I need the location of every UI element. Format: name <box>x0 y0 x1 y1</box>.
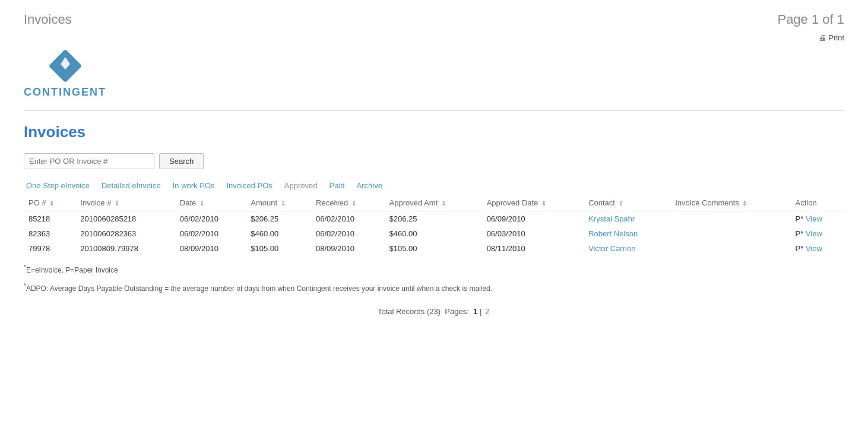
tab-approved[interactable]: Approved <box>282 179 327 195</box>
cell-amount: $206.25 <box>246 211 311 227</box>
tab-in-work-pos[interactable]: In work POs <box>170 179 224 195</box>
footnote-1: *E=eInvoice, P=Paper Invoice <box>24 264 844 274</box>
table-row: 82363201006028236306/02/2010$460.0006/02… <box>24 226 844 241</box>
search-input[interactable] <box>24 153 154 169</box>
action-prefix: P* <box>796 244 806 253</box>
table-row: 7997820100809.7997808/09/2010$105.0008/0… <box>24 241 844 256</box>
cell-contact-link[interactable]: Krystal Spahr <box>588 214 635 223</box>
cell-contact-link[interactable]: Victor Carrion <box>588 244 635 253</box>
cell-po-num: 82363 <box>24 226 75 241</box>
cell-contact-link[interactable]: Robert Nelson <box>588 229 638 238</box>
logo-icon <box>47 48 83 84</box>
cell-date: 08/09/2010 <box>175 241 246 256</box>
cell-approved-amt: $460.00 <box>385 226 482 241</box>
search-button[interactable]: Search <box>159 153 204 169</box>
print-area: 🖨 Print <box>0 33 868 42</box>
sort-icon-po: ⇕ <box>49 200 54 207</box>
tab-invoiced-pos[interactable]: Invoiced POs <box>224 179 282 195</box>
table-header-row: PO # ⇕ Invoice # ⇕ Date ⇕ Amount ⇕ Recei… <box>24 195 844 211</box>
logo-text: CONTINGENT <box>24 86 106 99</box>
cell-contact[interactable]: Robert Nelson <box>584 226 670 241</box>
sort-icon-contact: ⇕ <box>619 200 623 207</box>
tab-archive[interactable]: Archive <box>354 179 392 195</box>
page-title-top: Invoices <box>24 12 72 27</box>
cell-invoice-num: 2010060282363 <box>75 226 175 241</box>
cell-action: P* View <box>791 241 844 256</box>
col-date: Date ⇕ <box>175 195 246 211</box>
logo-container: CONTINGENT <box>24 48 106 99</box>
action-view-link[interactable]: View <box>806 244 822 253</box>
cell-amount: $105.00 <box>246 241 311 256</box>
sort-icon-comments: ⇕ <box>742 200 747 207</box>
action-prefix: P* <box>796 214 806 223</box>
cell-invoice-num: 2010060285218 <box>75 211 175 227</box>
cell-po-num: 79978 <box>24 241 75 256</box>
cell-approved-amt: $105.00 <box>385 241 482 256</box>
cell-contact[interactable]: Krystal Spahr <box>584 211 670 227</box>
sort-icon-amount: ⇕ <box>281 200 286 207</box>
pagination-separator: | <box>480 307 484 316</box>
pagination: Total Records (23) Pages: 1 | 2 <box>24 307 844 316</box>
col-approved-amt: Approved Amt ⇕ <box>385 195 482 211</box>
page-info: Page 1 of 1 <box>777 12 844 27</box>
invoices-table: PO # ⇕ Invoice # ⇕ Date ⇕ Amount ⇕ Recei… <box>24 195 844 256</box>
footnote-2: *ADPO: Average Days Payable Outstanding … <box>24 283 844 293</box>
cell-approved-date: 06/09/2010 <box>482 211 584 227</box>
pagination-total: Total Records (23) Pages: <box>378 307 471 316</box>
pagination-page-2[interactable]: 2 <box>485 307 489 316</box>
col-action: Action <box>791 195 844 211</box>
page-header: Invoices Page 1 of 1 <box>0 0 868 33</box>
invoices-heading: Invoices <box>24 123 844 141</box>
cell-invoice-comments <box>670 241 790 256</box>
tab-detailed-einvoice[interactable]: Detailed eInvoice <box>99 179 170 195</box>
action-view-link[interactable]: View <box>806 214 822 223</box>
print-link[interactable]: 🖨 Print <box>819 33 844 42</box>
cell-amount: $460.00 <box>246 226 311 241</box>
cell-approved-amt: $206.25 <box>385 211 482 227</box>
cell-action: P* View <box>791 226 844 241</box>
sort-icon-invoice: ⇕ <box>115 200 119 207</box>
sort-icon-date: ⇕ <box>199 200 204 207</box>
cell-invoice-comments <box>670 211 790 227</box>
cell-date: 06/02/2010 <box>175 211 246 227</box>
cell-invoice-comments <box>670 226 790 241</box>
tab-one-step-einvoice[interactable]: One Step eInvoice <box>24 179 99 195</box>
cell-received: 06/02/2010 <box>311 226 385 241</box>
pagination-page-1[interactable]: 1 <box>473 307 477 316</box>
sort-icon-received: ⇕ <box>351 200 356 207</box>
sort-icon-approved-amt: ⇕ <box>441 200 446 207</box>
cell-received: 08/09/2010 <box>311 241 385 256</box>
main-content: Invoices Search One Step eInvoice Detail… <box>0 111 868 328</box>
cell-po-num: 85218 <box>24 211 75 227</box>
cell-approved-date: 08/11/2010 <box>482 241 584 256</box>
cell-contact[interactable]: Victor Carrion <box>584 241 670 256</box>
action-prefix: P* <box>796 229 806 238</box>
action-view-link[interactable]: View <box>806 229 822 238</box>
col-contact: Contact ⇕ <box>584 195 670 211</box>
cell-date: 06/02/2010 <box>175 226 246 241</box>
cell-invoice-num: 20100809.79978 <box>75 241 175 256</box>
col-po-num: PO # ⇕ <box>24 195 75 211</box>
search-bar: Search <box>24 153 844 169</box>
cell-approved-date: 06/03/2010 <box>482 226 584 241</box>
table-row: 85218201006028521806/02/2010$206.2506/02… <box>24 211 844 227</box>
tabs-row: One Step eInvoice Detailed eInvoice In w… <box>24 179 844 195</box>
cell-action: P* View <box>791 211 844 227</box>
tab-paid[interactable]: Paid <box>327 179 354 195</box>
logo-section: CONTINGENT <box>0 42 868 110</box>
cell-received: 06/02/2010 <box>311 211 385 227</box>
sort-icon-approved-date: ⇕ <box>541 200 546 207</box>
col-amount: Amount ⇕ <box>246 195 311 211</box>
col-received: Received ⇕ <box>311 195 385 211</box>
col-invoice-comments: Invoice Comments ⇕ <box>670 195 790 211</box>
col-invoice-num: Invoice # ⇕ <box>75 195 175 211</box>
col-approved-date: Approved Date ⇕ <box>482 195 584 211</box>
